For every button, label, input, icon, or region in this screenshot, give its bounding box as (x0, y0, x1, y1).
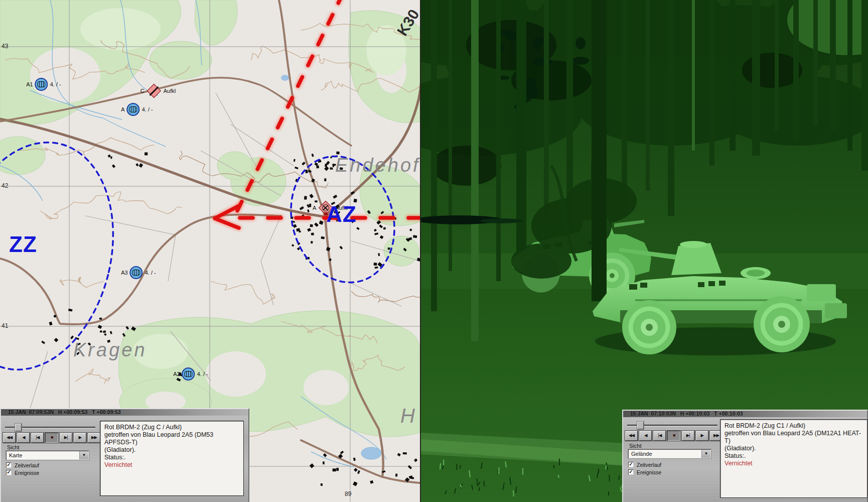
checkbox-label: Ereignisse (637, 469, 661, 475)
checkbox-label: Zeitverlauf (15, 462, 39, 468)
grid-label-42: 42 (2, 182, 8, 189)
town-label-h: H (400, 405, 417, 427)
grid-label-89: 89 (345, 490, 351, 497)
event-log: Rot BRDM-2 (Zug C1 / Aufkl)getroffen von… (720, 419, 867, 498)
unit-label-right: 4. / - (145, 270, 156, 276)
view-dropdown[interactable]: Karte ▼ (6, 451, 89, 460)
playback-skip-end-button[interactable]: ▶| (682, 431, 694, 441)
playback-rewind-button[interactable]: ◀◀ (625, 431, 638, 441)
event-text: Rot BRDM-2 (Zug C / Aufkl)getroffen von … (104, 424, 239, 461)
event-log-line: (Gladiator). (104, 446, 239, 454)
event-text: Rot BRDM-2 (Zug C1 / Aufkl)getroffen von… (725, 422, 863, 460)
playback-skip-end-button[interactable]: ▶| (60, 433, 72, 443)
zone-label-az: AZ (326, 202, 357, 227)
view-select-label: Sicht (7, 444, 19, 450)
friendly-unit-A3[interactable]: A34. / - (121, 266, 156, 279)
playback-skip-start-button[interactable]: |◀ (653, 431, 666, 441)
event-log-line: Rot BRDM-2 (Zug C1 / Aufkl) (725, 422, 863, 430)
playback-rewind-button[interactable]: ◀◀ (3, 433, 16, 443)
unit-label-left: A (313, 205, 316, 211)
view-dropdown[interactable]: Gelände ▼ (628, 449, 711, 458)
control-panel-left: 15 JAN 07:09:53N H +00:09:53 T +00:09:53… (0, 408, 249, 502)
view-dropdown-value: Karte (7, 451, 79, 459)
chevron-down-icon[interactable]: ▼ (701, 450, 710, 458)
grid-label-41: 41 (2, 322, 8, 329)
enemy-unit-C[interactable]: CAufkl (140, 83, 176, 98)
unit-label-right: 4. / - (50, 81, 61, 87)
playback-controls: ◀◀◀|◀■▶|▶▶▶ (625, 431, 722, 441)
playback-step-back-button[interactable]: ◀ (17, 433, 30, 443)
checkbox-row-ereignisse: ✓Ereignisse (628, 468, 661, 476)
unit-label-left: C (140, 88, 144, 94)
armor-symbol-icon (38, 81, 46, 87)
friendly-unit-icon (35, 78, 48, 91)
playback-skip-start-button[interactable]: |◀ (31, 433, 44, 443)
playback-stop-button[interactable]: ■ (667, 431, 680, 441)
event-log-line: (Gladiator). (725, 445, 863, 452)
slider-thumb[interactable] (15, 424, 22, 431)
unit-label-left: A (121, 106, 124, 112)
checkbox-row-zeitverlauf: ✓Zeitverlauf (628, 461, 661, 468)
timestamp-bar: 15 JAN 07:10:03N H +00:10:03 T +00:10:03 (623, 411, 867, 417)
grid-label-43: 43 (2, 43, 8, 50)
checkbox-label: Ereignisse (15, 470, 39, 476)
friendly-unit-A1[interactable]: A14. / - (26, 78, 61, 91)
chevron-down-icon[interactable]: ▼ (79, 451, 88, 459)
slider-thumb[interactable] (637, 422, 644, 429)
event-log-line: getroffen von Blau Leopard 2A5 (DM12A1 H… (725, 430, 863, 445)
town-label-endehof: Endehof (335, 155, 420, 176)
armor-symbol-icon (185, 371, 193, 377)
checkbox-row-zeitverlauf: ✓Zeitverlauf (6, 461, 39, 469)
timeline-slider[interactable] (627, 422, 717, 430)
event-log-line: Status:. (104, 454, 239, 461)
event-log-line: getroffen von Blau Leopard 2A5 (DM53 (104, 431, 239, 439)
armor-symbol-icon (129, 106, 137, 112)
friendly-unit-A2[interactable]: A24. / - (173, 367, 208, 381)
dark-streak-2 (480, 218, 522, 223)
event-log: Rot BRDM-2 (Zug C / Aufkl)getroffen von … (100, 421, 244, 496)
road-label-k30: K30 (394, 7, 420, 39)
unit-label-left: A1 (26, 81, 33, 87)
zone-label-zz: ZZ (9, 232, 37, 257)
big-tree-trunk (592, 0, 607, 301)
event-log-line: APFSDS-T) (104, 439, 239, 446)
enemy-unit-icon (147, 83, 162, 98)
view-dropdown-value: Gelände (629, 450, 701, 458)
playback-play-button[interactable]: ▶ (696, 431, 708, 441)
timeline-slider[interactable] (5, 424, 95, 432)
event-log-line: Rot BRDM-2 (Zug C / Aufkl) (104, 424, 239, 431)
playback-step-back-button[interactable]: ◀ (639, 431, 652, 441)
friendly-unit-A[interactable]: A4. / - (121, 103, 153, 116)
control-panel-right: 15 JAN 07:10:03N H +00:10:03 T +00:10:03… (622, 410, 868, 502)
option-checkboxes: ✓Zeitverlauf✓Ereignisse (628, 461, 661, 476)
town-label-kragen: Kragen (73, 339, 147, 361)
checkbox-zeitverlauf[interactable]: ✓ (6, 462, 12, 468)
friendly-unit-icon (182, 367, 195, 381)
playback-controls: ◀◀◀|◀■▶|▶▶▶ (3, 433, 100, 443)
event-log-line: Status:. (725, 452, 863, 460)
status-value: Vernichtet (725, 460, 863, 467)
playback-stop-button[interactable]: ■ (45, 433, 58, 443)
unit-label-right: 4. / - (197, 371, 208, 377)
friendly-unit-icon (130, 266, 143, 279)
checkbox-ereignisse[interactable]: ✓ (6, 470, 12, 475)
unit-label-left: A3 (121, 270, 127, 276)
armor-symbol-icon (132, 270, 140, 276)
simulation-screen: 43424189EndehofKragenHK30ZZAZA14. / -A4.… (0, 0, 868, 502)
checkbox-row-ereignisse: ✓Ereignisse (6, 469, 39, 476)
checkbox-zeitverlauf[interactable]: ✓ (628, 462, 634, 467)
unit-label-right: Aufkl (164, 88, 176, 94)
status-value: Vernichtet (104, 461, 239, 469)
checkbox-ereignisse[interactable]: ✓ (628, 469, 634, 475)
unit-label-right: 4. / - (142, 106, 153, 112)
timestamp-bar: 15 JAN 07:09:53N H +00:09:53 T +00:09:53 (1, 409, 248, 416)
playback-play-button[interactable]: ▶ (74, 433, 86, 443)
view-select-label: Sicht (629, 443, 641, 449)
friendly-unit-icon (127, 103, 140, 116)
unit-label-left: A2 (173, 371, 180, 377)
option-checkboxes: ✓Zeitverlauf✓Ereignisse (6, 461, 39, 476)
playback-fast-forward-button[interactable]: ▶▶ (88, 433, 100, 443)
checkbox-label: Zeitverlauf (637, 462, 661, 468)
